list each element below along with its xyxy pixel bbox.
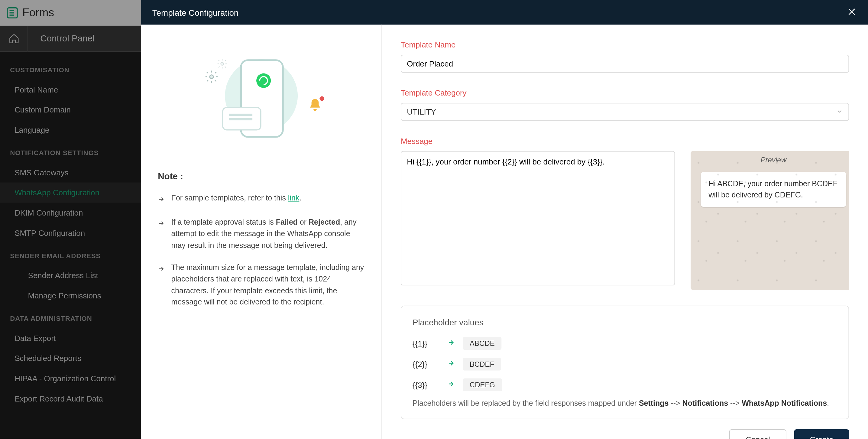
gear-icon (216, 58, 227, 69)
template-category-value: UTILITY (407, 108, 436, 117)
create-button[interactable]: Create (794, 429, 849, 439)
note-item: For sample templates, refer to this link… (158, 193, 364, 206)
svg-point-1 (221, 62, 223, 65)
placeholder-token: {{3}} (412, 380, 439, 389)
message-textarea[interactable] (401, 151, 675, 285)
placeholder-token: {{2}} (412, 360, 439, 369)
template-name-input[interactable] (401, 55, 849, 72)
arrow-right-icon (447, 359, 455, 369)
svg-point-0 (210, 75, 213, 79)
placeholder-note: Placeholders will be replaced by the fie… (412, 399, 837, 408)
preview-message: Hi ABCDE, your order number BCDEF will b… (701, 172, 846, 207)
arrow-right-icon (447, 380, 455, 389)
placeholder-token: {{1}} (412, 339, 439, 348)
cancel-button[interactable]: Cancel (729, 429, 786, 439)
placeholder-row: {{1}} ABCDE (412, 337, 837, 350)
whatsapp-illustration (199, 54, 322, 149)
arrow-right-icon (447, 339, 455, 348)
arrow-right-icon (158, 219, 164, 252)
note-heading: Note : (158, 171, 364, 181)
placeholder-value: BCDEF (463, 358, 501, 371)
gear-icon (204, 69, 218, 84)
chevron-down-icon (836, 108, 843, 117)
note-item: The maximum size for a message template,… (158, 262, 364, 309)
modal-title: Template Configuration (152, 7, 239, 17)
whatsapp-icon (256, 74, 271, 88)
note-item: If a template approval status is Failed … (158, 216, 364, 252)
placeholder-row: {{2}} BCDEF (412, 358, 837, 371)
template-category-label: Template Category (401, 89, 849, 98)
preview-title: Preview (690, 151, 849, 168)
sample-link[interactable]: link (288, 194, 300, 202)
placeholder-row: {{3}} CDEFG (412, 379, 837, 391)
note-column: Note : For sample templates, refer to th… (141, 25, 382, 439)
arrow-right-icon (158, 264, 164, 309)
bell-icon (307, 97, 323, 113)
template-name-label: Template Name (401, 40, 849, 49)
preview-panel: Preview Hi ABCDE, your order number BCDE… (690, 151, 849, 290)
template-category-select[interactable]: UTILITY (401, 103, 849, 121)
message-label: Message (401, 137, 849, 146)
placeholder-value: CDEFG (463, 379, 502, 391)
modal-header: Template Configuration (141, 0, 868, 25)
close-icon[interactable] (847, 6, 857, 18)
placeholder-values-box: Placeholder values {{1}} ABCDE {{2}} BCD… (401, 306, 849, 419)
placeholder-value: ABCDE (463, 337, 501, 350)
arrow-right-icon (158, 195, 164, 206)
template-config-modal: Template Configuration Note : For sample… (141, 0, 868, 439)
placeholder-title: Placeholder values (412, 318, 837, 327)
modal-footer: Cancel Create (401, 419, 849, 439)
